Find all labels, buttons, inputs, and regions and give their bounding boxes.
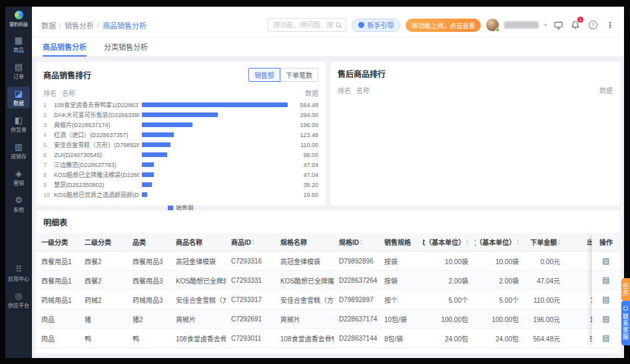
bar-track	[142, 132, 288, 137]
supply-platform-icon: ◎	[15, 291, 22, 301]
row-detail-icon[interactable]: ▤	[602, 295, 609, 304]
table-cell: C7293317	[226, 290, 275, 309]
metric-sales-amount-button[interactable]: 销售额	[248, 68, 280, 82]
sidebar-item-label: 订单	[13, 73, 24, 80]
sort-desc-icon: ▾	[558, 242, 560, 246]
table-cell: 按个	[379, 290, 423, 309]
table-cell: 西餐用品1	[36, 271, 79, 289]
column-header-label: 品类	[133, 237, 146, 247]
ranking-row: 7三边撒范(D228637783)47.04	[43, 160, 318, 170]
table-cell: 西餐2	[79, 271, 127, 289]
search-input[interactable]	[268, 21, 336, 29]
sidebar-item-orders[interactable]: ▤订单	[7, 60, 30, 82]
bar-track	[142, 162, 288, 167]
more-menu-icon[interactable]: ⋮	[604, 19, 616, 31]
contact-service-label: 联系客服	[621, 313, 630, 340]
sort-icon[interactable]: ▴▾	[466, 239, 468, 245]
sidebar: 银豹科技 ▦商品▤订单◪数据◧供货单▥进销存◈营销⚙系统 ⠿应用中心◎供应平台	[5, 7, 32, 358]
row-detail-icon[interactable]: ▤	[602, 275, 609, 285]
main-area: 数据/销售分析/商品销售分析 新手引导 新功能上线，点击查看	[32, 7, 624, 358]
product-name: 红酒（进口）(D228637357)	[54, 130, 139, 139]
column-header[interactable]: 出库数（基本单位）▴▾	[475, 233, 525, 251]
rank-number: 8	[43, 172, 54, 178]
table-cell: 西餐2	[79, 252, 127, 270]
product-name: 爽椒片(D228637174)	[54, 120, 139, 129]
sidebar-item-data[interactable]: ◪数据	[7, 87, 30, 108]
sidebar-item-supply-platform[interactable]: ◎供应平台	[7, 289, 30, 311]
table-cell: 108食堂卤香去骨鸭掌1	[275, 329, 334, 347]
ranking-row: 6ZUI(D240730545)98.00	[43, 150, 318, 160]
guide-button-label: 新手引导	[367, 20, 394, 30]
table-cell: 564.48元	[525, 329, 567, 347]
metric-order-count-button[interactable]: 下单笔数	[280, 68, 318, 82]
promo-button[interactable]: 新功能上线，点击查看	[406, 19, 481, 32]
avatar[interactable]	[486, 19, 499, 31]
table-cell: 110.00元	[525, 290, 567, 309]
ranking-row: 5安佳合金雪糕（方形）(D79892897)110.00	[43, 140, 318, 150]
sidebar-item-system[interactable]: ⚙系统	[7, 193, 30, 215]
topbar-actions: 新手引导 新功能上线，点击查看 ▾ 1	[268, 18, 616, 32]
guide-button[interactable]: 新手引导	[352, 19, 400, 32]
sort-icon[interactable]: ▴▾	[252, 239, 254, 245]
sales-value: 294.00	[288, 112, 318, 118]
table-cell: 西餐用品1	[36, 252, 79, 270]
breadcrumb-separator: /	[59, 21, 61, 29]
tab-category-sales[interactable]: 分类销售分析	[104, 37, 148, 57]
table-row: 西餐用品1西餐2西餐用品3KOS酷想已全牌魔法模袋C7293331KOS酷想已全…	[36, 271, 620, 290]
column-header[interactable]: 下单金额▴▾	[525, 233, 567, 251]
breadcrumb-separator: /	[97, 21, 99, 29]
content-area: 商品销售排行 销售额下单笔数 排名 名称 数据 1108食堂卤香去骨鸭掌1(D2…	[32, 57, 624, 358]
table-cell: 按袋	[379, 252, 423, 270]
table-cell: 24.00包	[475, 329, 525, 347]
sales-value: 110.00	[288, 142, 318, 148]
sidebar-item-marketing[interactable]: ◈营销	[7, 166, 30, 188]
table-cell: 药械2	[79, 290, 127, 309]
sort-icon[interactable]: ▴▾	[517, 239, 519, 245]
tab-product-sales[interactable]: 商品销售分析	[43, 37, 87, 57]
column-header[interactable]: 商品ID▴▾	[226, 233, 275, 251]
table-cell: 10.00袋	[475, 252, 525, 270]
detail-table: 一级分类二级分类品类商品名称商品ID▴▾规格名称规格ID▴▾销售规格下单数（基本…	[36, 233, 620, 353]
table-cell: 47.04元	[525, 271, 567, 289]
table-cell: C7292691	[226, 309, 275, 328]
supply-order-icon: ◧	[15, 116, 23, 125]
row-detail-icon[interactable]: ▤	[602, 256, 609, 266]
task-float-button[interactable]: 任务	[621, 278, 630, 301]
action-column-header: 操作	[592, 233, 620, 252]
contact-service-button[interactable]: 联系客服	[621, 301, 630, 345]
sort-desc-icon: ▾	[466, 242, 468, 246]
marketing-icon: ◈	[15, 169, 22, 178]
help-icon[interactable]: ?	[587, 19, 599, 31]
chevron-down-icon[interactable]: ▾	[544, 23, 547, 28]
table-cell: 10.00袋	[423, 252, 475, 270]
sales-bar	[142, 122, 192, 127]
ranking-row: 8KOS酷想已全牌魔法模袋(D228637264)47.04	[43, 170, 318, 180]
workspace-monitor-icon[interactable]	[552, 19, 564, 31]
after-sales-title: 售后商品排行	[338, 68, 386, 79]
column-header[interactable]: 规格ID▴▾	[334, 233, 379, 251]
app-logo[interactable]: 银豹科技	[9, 11, 28, 27]
row-detail-icon[interactable]: ▤	[602, 314, 609, 323]
column-header[interactable]: 下单数（基本单位）▴▾	[423, 233, 475, 251]
breadcrumb-item[interactable]: 销售分析	[65, 20, 94, 31]
sort-icon[interactable]: ▴▾	[360, 239, 362, 245]
sales-value: 47.04	[288, 162, 318, 168]
notification-badge: 1	[577, 17, 583, 23]
sidebar-item-goods[interactable]: ▦商品	[7, 33, 30, 55]
sidebar-item-supply-order[interactable]: ◧供货单	[7, 113, 30, 135]
sidebar-item-app-center[interactable]: ⠿应用中心	[7, 262, 30, 284]
guide-icon	[358, 22, 364, 28]
table-cell: 猪	[79, 309, 127, 328]
table-row: 西餐用品1西餐2西餐用品3高冠金律模袋C7293316高冠金律模袋D798928…	[36, 252, 620, 271]
row-detail-icon[interactable]: ▤	[602, 333, 609, 343]
rank-column-header: 排名	[43, 88, 62, 98]
sort-icon[interactable]: ▴▾	[558, 239, 560, 245]
breadcrumb-item[interactable]: 数据	[41, 20, 56, 31]
sales-ranking-card: 商品销售排行 销售额下单笔数 排名 名称 数据 1108食堂卤香去骨鸭掌1(D2…	[36, 62, 326, 206]
sidebar-item-label: 商品	[13, 46, 24, 53]
rank-number: 4	[43, 132, 54, 138]
action-cell: ▤	[592, 271, 620, 290]
notification-bell-icon[interactable]: 1	[569, 19, 581, 31]
sidebar-item-inventory[interactable]: ▥进销存	[7, 140, 30, 162]
column-header: 二级分类	[79, 233, 127, 251]
